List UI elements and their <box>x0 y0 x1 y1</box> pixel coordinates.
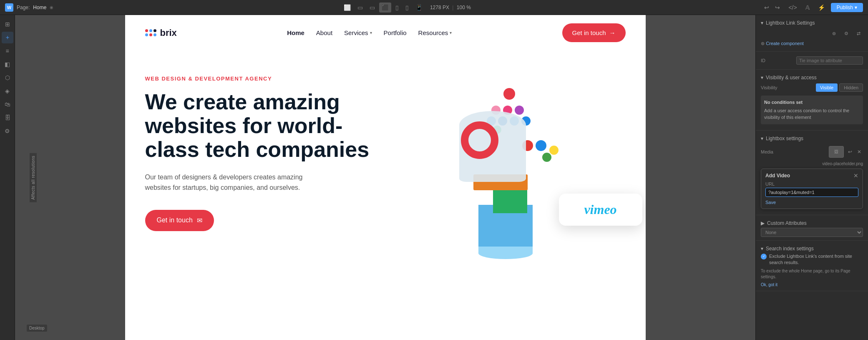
top-bar-left: W Page: Home ◉ <box>5 3 53 12</box>
custom-attributes-label: Custom Attributes <box>767 220 807 226</box>
replace-media-btn[interactable]: ↩ <box>846 148 854 156</box>
hero-tag: WEB DESIGN & DEVELOPMENT AGENCY <box>145 76 385 82</box>
add-video-card: Add Video ✕ URL Save <box>761 169 863 209</box>
canvas-wrapper: Affects all resolutions Desktop brix <box>15 15 755 340</box>
sidebar-cms-icon[interactable]: 🗄 <box>2 112 13 123</box>
code-editor-btn[interactable]: </> <box>786 3 799 13</box>
custom-attr-select[interactable]: None <box>761 228 863 237</box>
device-tablet-btn[interactable]: ▯ <box>393 3 401 13</box>
visible-btn[interactable]: Visible <box>816 83 838 92</box>
chevron-right-icon: ▶ <box>761 220 765 226</box>
logo-dot-red <box>145 29 148 32</box>
url-label: URL <box>765 181 858 186</box>
undo-btn[interactable]: ↩ <box>762 3 772 13</box>
nav-cta-arrow: → <box>609 29 616 36</box>
sphere-blue5 <box>536 140 546 151</box>
sidebar-layers-icon[interactable]: ≡ <box>2 45 13 57</box>
vimeo-card: vimeo <box>559 194 642 226</box>
create-component-icon[interactable]: ⊛ <box>830 29 838 38</box>
hero-desc: Our team of designers & developers creat… <box>145 172 320 193</box>
lightbox-settings-label: Lightbox settings <box>766 136 803 141</box>
accessibility-btn[interactable]: 𝔸 <box>803 3 812 13</box>
device-desktop-btn[interactable]: ⬛ <box>379 3 391 13</box>
sphere-yellow2 <box>549 146 559 155</box>
sidebar-settings-icon[interactable]: ⚙ <box>2 125 13 137</box>
search-index-subtext: To exclude the whole Home page, go to it… <box>761 268 863 280</box>
chevron-down-icon4: ▾ <box>761 246 763 252</box>
hidden-btn[interactable]: Hidden <box>839 83 863 92</box>
nav-services[interactable]: Services ▾ <box>344 29 372 36</box>
device-medium-btn[interactable]: ▭ <box>367 3 377 13</box>
search-index-link-row: Ok, got it <box>761 282 863 287</box>
media-label: Media <box>761 149 773 154</box>
sidebar-assets-icon[interactable]: ◧ <box>2 58 13 70</box>
logo-dots <box>145 29 157 36</box>
nav-home[interactable]: Home <box>287 29 304 36</box>
condition-info-box: No conditions set Add a user access cond… <box>761 96 863 124</box>
redo-btn[interactable]: ↪ <box>772 3 782 13</box>
nav-about[interactable]: About <box>316 29 332 36</box>
eye-icon[interactable]: ◉ <box>50 5 53 10</box>
visibility-section-header[interactable]: ▾ Visibility & user access <box>761 73 863 82</box>
sidebar-components-icon[interactable]: ⬡ <box>2 72 13 83</box>
lightbox-settings-section: ▾ Lightbox settings Media 🖼 ↩ ✕ video-pl… <box>756 131 868 215</box>
logo-dot-blue <box>149 29 152 32</box>
device-large-btn[interactable]: ▭ <box>355 3 365 13</box>
device-mobile-btn[interactable]: 📱 <box>413 3 425 13</box>
checkmark-icon: ✓ <box>762 254 765 258</box>
hierarchy-icon[interactable]: ⇄ <box>854 29 863 38</box>
hero-heading: We create amazing websites for world-cla… <box>145 90 385 162</box>
nav-portfolio[interactable]: Portfolio <box>384 29 407 36</box>
nav-cta-button[interactable]: Get in touch → <box>562 23 626 42</box>
sidebar-logic-icon[interactable]: ◈ <box>2 85 13 97</box>
media-thumb-icon: 🖼 <box>834 149 838 154</box>
custom-attributes-header[interactable]: ▶ Custom Attributes <box>761 219 863 228</box>
media-filename: video-placeholder.png <box>761 161 863 166</box>
interactions-btn[interactable]: ⚡ <box>815 3 828 13</box>
add-video-close-btn[interactable]: ✕ <box>853 172 858 179</box>
device-tablet2-btn[interactable]: ▯ <box>403 3 411 13</box>
condition-description: Add a user access condition to control t… <box>764 107 860 121</box>
url-input[interactable] <box>765 188 858 197</box>
id-input[interactable] <box>796 56 863 65</box>
device-monitor-btn[interactable]: ⬜ <box>341 3 353 13</box>
remove-media-btn[interactable]: ✕ <box>855 148 863 156</box>
search-index-description: Exclude Lightbox Link's content from sit… <box>769 253 863 266</box>
chevron-down-icon: ▾ <box>855 5 857 10</box>
search-index-label: Search index settings <box>766 246 814 252</box>
nav-cta-label: Get in touch <box>572 29 606 36</box>
desktop-label: Desktop <box>27 325 47 332</box>
sidebar-pages-icon[interactable]: ⊞ <box>2 18 13 30</box>
hero-image: vimeo <box>385 67 626 276</box>
chevron-down-icon3: ▾ <box>761 136 763 141</box>
ok-got-it-link[interactable]: Ok, got it <box>761 282 777 287</box>
page-name: Home <box>33 5 46 10</box>
top-bar: W Page: Home ◉ ⬜ ▭ ▭ ⬛ ▯ ▯ 📱 1278 PX | 1… <box>0 0 868 15</box>
create-component-link[interactable]: Create component <box>766 41 804 46</box>
nav-resources[interactable]: Resources ▾ <box>418 29 452 36</box>
search-index-header[interactable]: ▾ Search index settings <box>761 244 863 253</box>
lightbox-link-settings-header[interactable]: ▾ Lightbox Link Settings <box>761 18 863 28</box>
hero-section: WEB DESIGN & DEVELOPMENT AGENCY We creat… <box>125 50 646 301</box>
sidebar-ecommerce-icon[interactable]: 🛍 <box>2 98 13 110</box>
publish-button[interactable]: Publish ▾ <box>831 3 863 12</box>
logo-dot-blue2 <box>145 33 148 36</box>
nav-links: Home About Services ▾ Portfolio Resource… <box>287 29 452 36</box>
lightbox-settings-header[interactable]: ▾ Lightbox settings <box>761 134 863 143</box>
w-logo[interactable]: W <box>5 3 13 12</box>
logo-text: brix <box>160 28 177 38</box>
lightbox-link-settings-label: Lightbox Link Settings <box>766 20 815 26</box>
hero-cta-button[interactable]: Get in touch ✉ <box>145 210 214 231</box>
device-toolbar: ⬜ ▭ ▭ ⬛ ▯ ▯ 📱 1278 PX | 100 % <box>341 3 474 13</box>
settings-gear-icon[interactable]: ⚙ <box>842 29 851 38</box>
left-sidebar: ⊞ ＋ ≡ ◧ ⬡ ◈ 🛍 🗄 ⚙ <box>0 15 15 340</box>
custom-attributes-section: ▶ Custom Attributes None <box>756 215 868 241</box>
add-video-title-row: Add Video ✕ <box>765 172 858 179</box>
site-nav: brix Home About Services ▾ Portfolio Res… <box>125 15 646 50</box>
save-link[interactable]: Save <box>765 200 776 205</box>
sidebar-add-icon[interactable]: ＋ <box>2 32 13 43</box>
site-logo: brix <box>145 28 177 38</box>
services-chevron: ▾ <box>370 30 372 35</box>
visibility-section: ▾ Visibility & user access Visibility Vi… <box>756 70 868 131</box>
search-index-checkbox[interactable]: ✓ <box>761 254 767 259</box>
